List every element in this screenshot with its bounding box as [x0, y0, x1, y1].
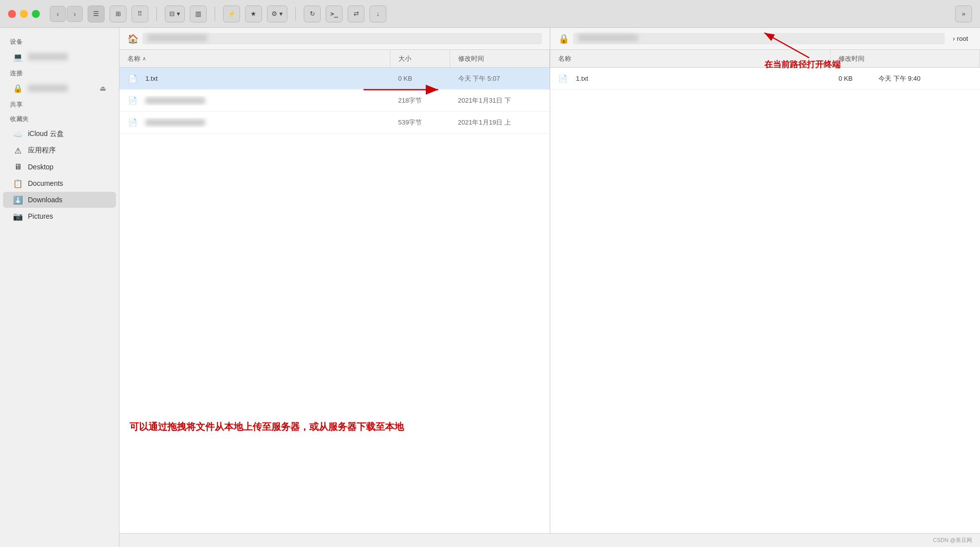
- terminal-button[interactable]: >_: [326, 5, 343, 22]
- lock-icon: 🔒: [558, 33, 569, 44]
- file-name-blurred: [145, 97, 205, 104]
- downloads-icon: ⬇️: [13, 195, 23, 205]
- nav-back-button[interactable]: ‹: [50, 6, 66, 22]
- remote-path-text[interactable]: [573, 33, 945, 44]
- path-blurred: [147, 34, 207, 41]
- sidebar-item-downloads[interactable]: ⬇️ Downloads: [3, 192, 116, 208]
- grid-icon: ⊟: [169, 10, 175, 17]
- remote-file-size-cell: 0 KB: [831, 75, 870, 82]
- breadcrumb: › root: [949, 35, 972, 42]
- col-modified-header[interactable]: 修改时间: [450, 50, 550, 67]
- sidebar-item-icloud[interactable]: ☁️ iCloud 云盘: [3, 126, 116, 142]
- star-button[interactable]: ★: [245, 5, 262, 22]
- col-name-header[interactable]: 名称 ∧: [120, 50, 390, 67]
- device-icon: 💻: [13, 52, 23, 62]
- file-name-cell: 📄: [120, 118, 390, 128]
- view-split-button[interactable]: ▥: [190, 5, 207, 22]
- connect-label: [28, 85, 68, 92]
- file-name-blurred: [145, 119, 205, 126]
- col-size-header[interactable]: 大小: [390, 50, 450, 67]
- file-modified-cell: 2021年1月19日 上: [450, 118, 550, 127]
- table-row[interactable]: 📄 1.txt 0 KB 今天 下午 5:07: [120, 68, 550, 90]
- file-icon: 📄: [127, 74, 137, 84]
- local-file-list: 📄 1.txt 0 KB 今天 下午 5:07 📄 218字节 202: [120, 68, 550, 533]
- view-columns-button[interactable]: ⊞: [110, 5, 126, 22]
- remote-col-name-header[interactable]: 名称: [550, 50, 831, 67]
- sidebar-item-desktop[interactable]: 🖥 Desktop: [3, 159, 116, 175]
- sidebar-item-documents[interactable]: 📋 Documents: [3, 175, 116, 191]
- view-grid-button[interactable]: ⊟ ▾: [165, 5, 185, 22]
- minimize-button[interactable]: [20, 10, 28, 18]
- split-pane: 🏠 名称 ∧ 大小 修改时间: [120, 28, 980, 533]
- remote-col-modified-header[interactable]: 修改时间: [831, 50, 980, 67]
- sort-icon: ∧: [142, 56, 146, 61]
- remote-file-name: 1.txt: [576, 75, 589, 82]
- expand-button[interactable]: »: [955, 5, 972, 22]
- sidebar-item-pictures[interactable]: 📷 Pictures: [3, 208, 116, 224]
- eject-icon: ⏏: [100, 84, 106, 92]
- nav-button-group: ‹ ›: [50, 6, 83, 22]
- documents-label: Documents: [28, 179, 63, 187]
- breadcrumb-separator: ›: [953, 35, 955, 42]
- file-size-cell: 539字节: [390, 118, 450, 127]
- close-button[interactable]: [8, 10, 16, 18]
- download-button[interactable]: ↓: [369, 5, 386, 22]
- remote-column-headers: 名称 修改时间: [550, 50, 980, 68]
- remote-file-modified-cell: 今天 下午 9:40: [870, 74, 980, 83]
- separator-1: [156, 7, 157, 21]
- remote-file-list: 📄 1.txt 0 KB 今天 下午 9:40: [550, 68, 980, 533]
- connect-button[interactable]: ⇄: [348, 5, 365, 22]
- file-name-cell: 📄: [120, 96, 390, 106]
- section-device-label: 设备: [0, 34, 119, 48]
- sidebar-item-device[interactable]: 💻: [3, 49, 116, 65]
- maximize-button[interactable]: [32, 10, 40, 18]
- file-icon: 📄: [127, 96, 137, 106]
- gear-dropdown-icon: ▾: [279, 10, 283, 17]
- table-row[interactable]: 📄 1.txt 0 KB 今天 下午 9:40: [550, 68, 980, 90]
- table-row[interactable]: 📄 218字节 2021年1月31日 下: [120, 90, 550, 112]
- view-list-button[interactable]: ☰: [88, 5, 105, 22]
- local-path-bar: 🏠: [120, 28, 550, 50]
- desktop-icon: 🖥: [13, 162, 23, 172]
- file-name-cell: 📄 1.txt: [120, 74, 390, 84]
- file-size-cell: 0 KB: [390, 75, 450, 82]
- refresh-button[interactable]: ↻: [304, 5, 321, 22]
- separator-2: [215, 7, 215, 21]
- icloud-icon: ☁️: [13, 129, 23, 139]
- local-path-text[interactable]: [142, 33, 542, 44]
- local-file-pane: 🏠 名称 ∧ 大小 修改时间: [120, 28, 550, 533]
- titlebar: ‹ › ☰ ⊞ ⠿ ⊟ ▾ ▥ ⚡ ★ ⚙ ▾ ↻ >_ ⇄ ↓ »: [0, 0, 980, 28]
- remote-path-blurred: [578, 34, 638, 41]
- local-column-headers: 名称 ∧ 大小 修改时间: [120, 50, 550, 68]
- bolt-button[interactable]: ⚡: [223, 5, 240, 22]
- documents-icon: 📋: [13, 178, 23, 188]
- table-row[interactable]: 📄 539字节 2021年1月19日 上: [120, 112, 550, 134]
- file-icon: 📄: [127, 118, 137, 128]
- watermark: CSDN @美豆网: [933, 537, 972, 544]
- file-modified-cell: 今天 下午 5:07: [450, 74, 550, 83]
- gear-icon: ⚙: [271, 10, 277, 17]
- traffic-lights: [8, 10, 40, 18]
- section-favorites-label: 收藏夹: [0, 111, 119, 126]
- icloud-label: iCloud 云盘: [28, 130, 64, 138]
- file-size-cell: 218字节: [390, 96, 450, 105]
- remote-file-icon: 📄: [558, 74, 568, 84]
- downloads-label: Downloads: [28, 196, 62, 204]
- section-share-label: 共享: [0, 97, 119, 111]
- gear-button[interactable]: ⚙ ▾: [267, 5, 287, 22]
- nav-forward-button[interactable]: ›: [67, 6, 83, 22]
- desktop-label: Desktop: [28, 163, 53, 171]
- separator-3: [295, 7, 296, 21]
- sidebar-item-apps[interactable]: ⚠ 应用程序: [3, 142, 116, 158]
- remote-file-name-cell: 📄 1.txt: [550, 74, 831, 84]
- bottom-bar: CSDN @美豆网: [120, 533, 980, 547]
- sidebar: 设备 💻 连接 🔒 ⏏ 共享 收藏夹 ☁️ iCloud 云盘 ⚠ 应用程序 🖥…: [0, 28, 120, 547]
- main-container: 设备 💻 连接 🔒 ⏏ 共享 收藏夹 ☁️ iCloud 云盘 ⚠ 应用程序 🖥…: [0, 28, 980, 547]
- device-label: [28, 53, 68, 60]
- lock-icon: 🔒: [13, 83, 23, 93]
- section-connect-label: 连接: [0, 65, 119, 80]
- file-modified-cell: 2021年1月31日 下: [450, 96, 550, 105]
- home-icon: 🏠: [127, 33, 138, 44]
- sidebar-item-connect[interactable]: 🔒 ⏏: [3, 80, 116, 96]
- view-icons-button[interactable]: ⠿: [131, 5, 148, 22]
